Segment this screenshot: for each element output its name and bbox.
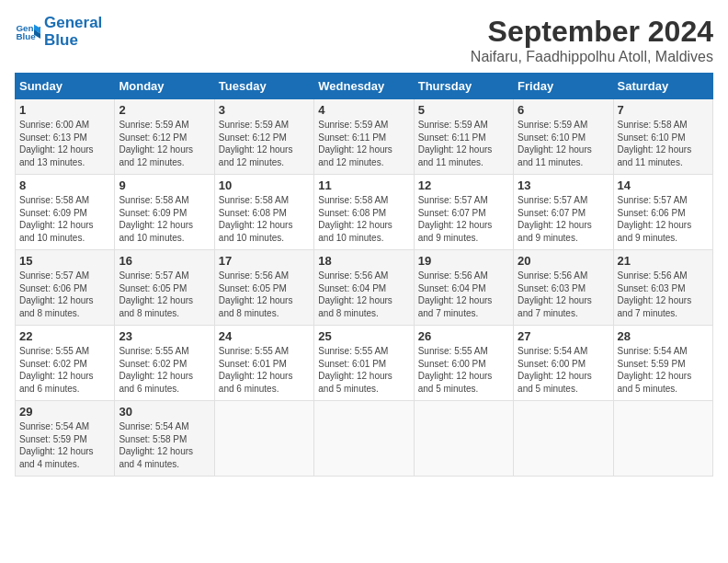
day-number: 13 xyxy=(518,178,609,192)
logo-icon: General Blue xyxy=(15,19,40,45)
day-number: 17 xyxy=(219,254,310,268)
day-info: Sunrise: 5:54 AM Sunset: 5:59 PM Dayligh… xyxy=(19,420,110,470)
calendar-cell: 2Sunrise: 5:59 AM Sunset: 6:12 PM Daylig… xyxy=(115,99,214,175)
day-info: Sunrise: 5:57 AM Sunset: 6:07 PM Dayligh… xyxy=(418,194,509,244)
day-info: Sunrise: 5:55 AM Sunset: 6:01 PM Dayligh… xyxy=(318,345,409,395)
week-row-4: 22Sunrise: 5:55 AM Sunset: 6:02 PM Dayli… xyxy=(16,326,713,401)
week-row-5: 29Sunrise: 5:54 AM Sunset: 5:59 PM Dayli… xyxy=(16,401,713,477)
calendar-cell: 15Sunrise: 5:57 AM Sunset: 6:06 PM Dayli… xyxy=(16,250,115,326)
day-info: Sunrise: 5:56 AM Sunset: 6:04 PM Dayligh… xyxy=(418,270,509,319)
day-number: 1 xyxy=(19,103,110,117)
calendar-cell: 12Sunrise: 5:57 AM Sunset: 6:07 PM Dayli… xyxy=(414,175,513,250)
calendar-cell: 28Sunrise: 5:54 AM Sunset: 5:59 PM Dayli… xyxy=(613,326,712,401)
day-number: 10 xyxy=(219,178,310,192)
calendar-cell: 24Sunrise: 5:55 AM Sunset: 6:01 PM Dayli… xyxy=(214,326,313,401)
day-info: Sunrise: 5:59 AM Sunset: 6:11 PM Dayligh… xyxy=(318,119,409,168)
title-area: September 2024 Naifaru, Faadhippolhu Ato… xyxy=(471,15,713,65)
calendar-cell: 9Sunrise: 5:58 AM Sunset: 6:09 PM Daylig… xyxy=(115,175,214,250)
day-number: 30 xyxy=(119,405,210,419)
day-number: 26 xyxy=(418,329,509,343)
day-info: Sunrise: 5:59 AM Sunset: 6:11 PM Dayligh… xyxy=(418,119,509,168)
day-info: Sunrise: 5:58 AM Sunset: 6:09 PM Dayligh… xyxy=(119,194,210,244)
calendar-cell: 27Sunrise: 5:54 AM Sunset: 6:00 PM Dayli… xyxy=(514,326,613,401)
weekday-header-friday: Friday xyxy=(514,74,613,99)
logo-general: General xyxy=(44,15,102,32)
calendar-cell: 19Sunrise: 5:56 AM Sunset: 6:04 PM Dayli… xyxy=(414,250,513,326)
header: General Blue General Blue September 2024… xyxy=(15,15,713,65)
logo-blue: Blue xyxy=(44,32,102,50)
month-title: September 2024 xyxy=(471,15,713,49)
weekday-header-wednesday: Wednesday xyxy=(314,74,414,99)
day-number: 7 xyxy=(618,103,709,117)
logo: General Blue General Blue xyxy=(15,15,102,49)
day-info: Sunrise: 5:54 AM Sunset: 5:58 PM Dayligh… xyxy=(119,420,210,470)
day-number: 11 xyxy=(318,178,409,192)
day-info: Sunrise: 5:56 AM Sunset: 6:03 PM Dayligh… xyxy=(518,270,609,319)
day-info: Sunrise: 5:56 AM Sunset: 6:05 PM Dayligh… xyxy=(219,270,310,319)
calendar-cell: 22Sunrise: 5:55 AM Sunset: 6:02 PM Dayli… xyxy=(16,326,115,401)
day-number: 5 xyxy=(418,103,509,117)
calendar-cell: 25Sunrise: 5:55 AM Sunset: 6:01 PM Dayli… xyxy=(314,326,414,401)
day-number: 29 xyxy=(19,405,110,419)
calendar-table: SundayMondayTuesdayWednesdayThursdayFrid… xyxy=(15,73,713,477)
calendar-cell: 3Sunrise: 5:59 AM Sunset: 6:12 PM Daylig… xyxy=(214,99,313,175)
day-number: 27 xyxy=(518,329,609,343)
day-info: Sunrise: 5:59 AM Sunset: 6:10 PM Dayligh… xyxy=(518,119,609,168)
day-number: 19 xyxy=(418,254,509,268)
calendar-cell xyxy=(613,401,712,477)
weekday-header-monday: Monday xyxy=(115,74,214,99)
calendar-cell: 18Sunrise: 5:56 AM Sunset: 6:04 PM Dayli… xyxy=(314,250,414,326)
calendar-cell: 13Sunrise: 5:57 AM Sunset: 6:07 PM Dayli… xyxy=(514,175,613,250)
calendar-cell xyxy=(414,401,513,477)
day-info: Sunrise: 5:59 AM Sunset: 6:12 PM Dayligh… xyxy=(219,119,310,168)
day-number: 28 xyxy=(618,329,709,343)
calendar-cell: 23Sunrise: 5:55 AM Sunset: 6:02 PM Dayli… xyxy=(115,326,214,401)
day-number: 23 xyxy=(119,329,210,343)
calendar-cell: 20Sunrise: 5:56 AM Sunset: 6:03 PM Dayli… xyxy=(514,250,613,326)
calendar-cell: 30Sunrise: 5:54 AM Sunset: 5:58 PM Dayli… xyxy=(115,401,214,477)
day-info: Sunrise: 5:54 AM Sunset: 6:00 PM Dayligh… xyxy=(518,345,609,395)
day-info: Sunrise: 5:59 AM Sunset: 6:12 PM Dayligh… xyxy=(119,119,210,168)
day-number: 9 xyxy=(119,178,210,192)
day-number: 14 xyxy=(618,178,709,192)
calendar-cell: 4Sunrise: 5:59 AM Sunset: 6:11 PM Daylig… xyxy=(314,99,414,175)
day-number: 22 xyxy=(19,329,110,343)
calendar-cell: 29Sunrise: 5:54 AM Sunset: 5:59 PM Dayli… xyxy=(16,401,115,477)
calendar-cell: 21Sunrise: 5:56 AM Sunset: 6:03 PM Dayli… xyxy=(613,250,712,326)
weekday-header-tuesday: Tuesday xyxy=(214,74,313,99)
weekday-header-saturday: Saturday xyxy=(613,74,712,99)
day-number: 21 xyxy=(618,254,709,268)
day-info: Sunrise: 5:57 AM Sunset: 6:06 PM Dayligh… xyxy=(618,194,709,244)
day-info: Sunrise: 5:58 AM Sunset: 6:08 PM Dayligh… xyxy=(318,194,409,244)
day-info: Sunrise: 6:00 AM Sunset: 6:13 PM Dayligh… xyxy=(19,119,110,168)
week-row-2: 8Sunrise: 5:58 AM Sunset: 6:09 PM Daylig… xyxy=(16,175,713,250)
week-row-1: 1Sunrise: 6:00 AM Sunset: 6:13 PM Daylig… xyxy=(16,99,713,175)
day-info: Sunrise: 5:58 AM Sunset: 6:08 PM Dayligh… xyxy=(219,194,310,244)
svg-text:Blue: Blue xyxy=(16,31,36,41)
day-info: Sunrise: 5:55 AM Sunset: 6:00 PM Dayligh… xyxy=(418,345,509,395)
calendar-cell: 5Sunrise: 5:59 AM Sunset: 6:11 PM Daylig… xyxy=(414,99,513,175)
weekday-header-sunday: Sunday xyxy=(16,74,115,99)
location-subtitle: Naifaru, Faadhippolhu Atoll, Maldives xyxy=(471,49,713,65)
day-info: Sunrise: 5:55 AM Sunset: 6:02 PM Dayligh… xyxy=(119,345,210,395)
day-number: 20 xyxy=(518,254,609,268)
weekday-header-row: SundayMondayTuesdayWednesdayThursdayFrid… xyxy=(16,74,713,99)
day-info: Sunrise: 5:57 AM Sunset: 6:06 PM Dayligh… xyxy=(19,270,110,319)
day-info: Sunrise: 5:55 AM Sunset: 6:01 PM Dayligh… xyxy=(219,345,310,395)
weekday-header-thursday: Thursday xyxy=(414,74,513,99)
day-info: Sunrise: 5:57 AM Sunset: 6:05 PM Dayligh… xyxy=(119,270,210,319)
calendar-cell: 11Sunrise: 5:58 AM Sunset: 6:08 PM Dayli… xyxy=(314,175,414,250)
day-number: 3 xyxy=(219,103,310,117)
calendar-cell xyxy=(314,401,414,477)
day-number: 16 xyxy=(119,254,210,268)
day-info: Sunrise: 5:55 AM Sunset: 6:02 PM Dayligh… xyxy=(19,345,110,395)
calendar-cell: 16Sunrise: 5:57 AM Sunset: 6:05 PM Dayli… xyxy=(115,250,214,326)
day-info: Sunrise: 5:58 AM Sunset: 6:10 PM Dayligh… xyxy=(618,119,709,168)
day-number: 4 xyxy=(318,103,409,117)
calendar-cell: 1Sunrise: 6:00 AM Sunset: 6:13 PM Daylig… xyxy=(16,99,115,175)
week-row-3: 15Sunrise: 5:57 AM Sunset: 6:06 PM Dayli… xyxy=(16,250,713,326)
day-number: 18 xyxy=(318,254,409,268)
day-info: Sunrise: 5:54 AM Sunset: 5:59 PM Dayligh… xyxy=(618,345,709,395)
day-number: 8 xyxy=(19,178,110,192)
day-info: Sunrise: 5:56 AM Sunset: 6:04 PM Dayligh… xyxy=(318,270,409,319)
